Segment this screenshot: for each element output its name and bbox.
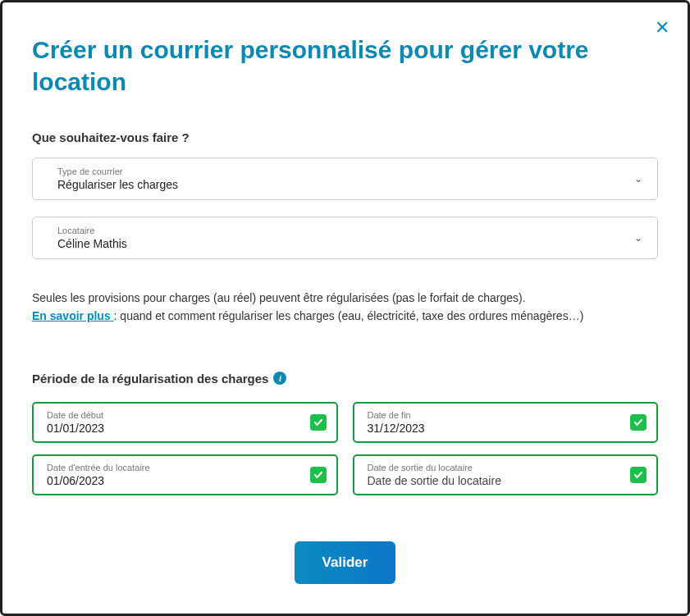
date-exit-field[interactable]: Date de sortie du locataire Date de sort…: [353, 454, 659, 495]
chevron-down-icon: ⌄: [634, 173, 642, 185]
date-exit-value: Date de sortie du locataire: [368, 474, 646, 487]
date-entry-field[interactable]: Date d'entrée du locataire 01/06/2023: [32, 454, 338, 495]
tenant-label: Locataire: [57, 226, 642, 235]
page-title: Créer un courrier personnalisé pour gére…: [32, 34, 623, 98]
period-heading-text: Période de la régularisation des charges: [32, 372, 268, 386]
info-icon[interactable]: i: [273, 372, 286, 385]
date-exit-label: Date de sortie du locataire: [368, 463, 646, 472]
info-text: Seules les provisions pour charges (au r…: [32, 289, 658, 326]
learn-more-link[interactable]: En savoir plus: [32, 309, 114, 322]
check-icon: [310, 467, 327, 483]
info-line2: : quand et comment régulariser les charg…: [114, 309, 584, 322]
date-start-field[interactable]: Date de début 01/01/2023: [32, 402, 338, 443]
close-icon[interactable]: ✕: [655, 19, 669, 37]
courier-type-select[interactable]: Type de courrier Régulariser les charges…: [32, 157, 658, 200]
tenant-select[interactable]: Locataire Céline Mathis ⌄: [32, 217, 658, 259]
submit-button[interactable]: Valider: [295, 541, 396, 584]
courier-type-value: Régulariser les charges: [57, 178, 642, 191]
tenant-value: Céline Mathis: [57, 237, 642, 250]
date-end-value: 31/12/2023: [368, 422, 646, 435]
date-end-label: Date de fin: [368, 410, 646, 420]
check-icon: [310, 414, 327, 431]
section-heading-action: Que souhaitez-vous faire ?: [32, 130, 658, 144]
check-icon: [630, 414, 647, 431]
chevron-down-icon: ⌄: [634, 232, 642, 244]
date-entry-label: Date d'entrée du locataire: [47, 463, 325, 472]
date-start-label: Date de début: [47, 410, 325, 420]
date-end-field[interactable]: Date de fin 31/12/2023: [353, 402, 659, 443]
courier-type-label: Type de courrier: [57, 167, 642, 176]
section-heading-period: Période de la régularisation des charges…: [32, 372, 658, 386]
date-start-value: 01/01/2023: [47, 422, 325, 435]
check-icon: [630, 467, 647, 483]
date-entry-value: 01/06/2023: [47, 474, 325, 487]
info-line1: Seules les provisions pour charges (au r…: [32, 291, 526, 304]
